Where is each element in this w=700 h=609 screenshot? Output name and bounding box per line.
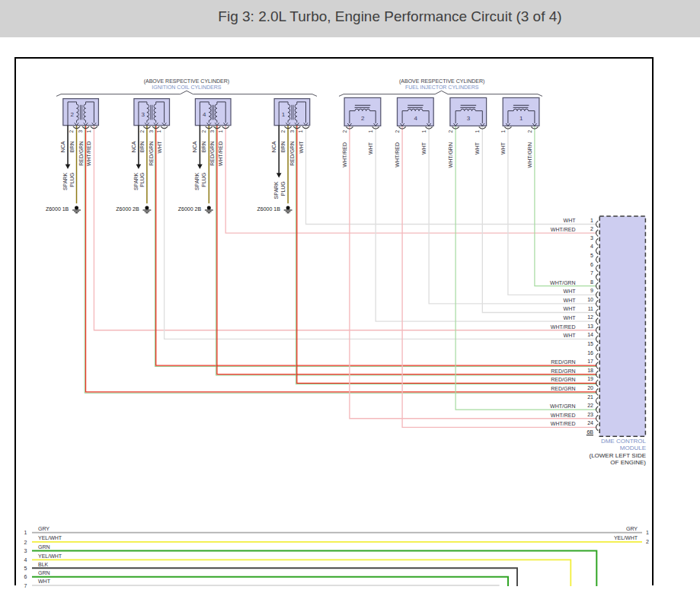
svg-text:3: 3 — [467, 115, 471, 122]
svg-text:BRN: BRN — [201, 142, 206, 153]
svg-text:SPARK: SPARK — [273, 181, 279, 199]
svg-text:3: 3 — [142, 111, 145, 118]
svg-text:DME CONTROL: DME CONTROL — [601, 438, 647, 445]
svg-text:4: 4 — [203, 111, 206, 118]
svg-text:6: 6 — [24, 574, 27, 579]
svg-text:RED/GRN: RED/GRN — [551, 359, 575, 365]
svg-text:3: 3 — [24, 548, 27, 553]
svg-text:BRN: BRN — [69, 142, 75, 153]
svg-text:3: 3 — [590, 235, 593, 241]
svg-text:14: 14 — [587, 332, 593, 337]
svg-text:19: 19 — [587, 376, 593, 381]
svg-text:7: 7 — [590, 270, 593, 276]
svg-text:1: 1 — [519, 115, 523, 122]
svg-text:RED/GRN: RED/GRN — [289, 142, 295, 166]
svg-text:YEL/WHT: YEL/WHT — [614, 535, 638, 540]
svg-text:WHT: WHT — [475, 142, 480, 155]
svg-text:RED/GRN: RED/GRN — [78, 142, 84, 166]
svg-text:NCA: NCA — [60, 141, 66, 152]
svg-text:2: 2 — [139, 129, 145, 132]
svg-text:SPARK: SPARK — [62, 172, 68, 190]
svg-text:1: 1 — [24, 530, 27, 535]
svg-text:12: 12 — [587, 314, 593, 320]
svg-text:RED/GRN: RED/GRN — [209, 142, 215, 166]
svg-text:WHT/RED: WHT/RED — [218, 142, 223, 167]
svg-text:1: 1 — [646, 530, 649, 535]
svg-text:1: 1 — [500, 130, 506, 133]
svg-text:GRN: GRN — [38, 544, 50, 550]
svg-text:1: 1 — [298, 129, 303, 132]
svg-text:SPARK: SPARK — [194, 172, 200, 190]
svg-text:Z6000 1B: Z6000 1B — [46, 206, 69, 212]
svg-text:RED/GRN: RED/GRN — [149, 142, 154, 166]
svg-text:17: 17 — [587, 359, 593, 364]
svg-text:WHT/RED: WHT/RED — [342, 142, 347, 167]
svg-text:IGNITION COIL CYLINDERS: IGNITION COIL CYLINDERS — [152, 84, 221, 90]
svg-text:(ABOVE RESPECTIVE CYLINDER): (ABOVE RESPECTIVE CYLINDER) — [144, 78, 229, 84]
svg-text:23: 23 — [587, 412, 593, 417]
svg-text:WHT/RED: WHT/RED — [86, 142, 91, 167]
svg-text:NCA: NCA — [131, 141, 136, 152]
svg-text:FUEL INJECTOR CYLINDERS: FUEL INJECTOR CYLINDERS — [405, 84, 479, 90]
svg-text:WHT: WHT — [421, 142, 427, 155]
svg-text:RED/GRN: RED/GRN — [551, 377, 575, 382]
svg-text:WHT/RED: WHT/RED — [551, 421, 576, 426]
svg-text:GRN: GRN — [38, 570, 50, 576]
svg-text:2: 2 — [590, 226, 593, 231]
svg-text:YEL/WHT: YEL/WHT — [38, 553, 62, 559]
svg-text:Fig 3: 2.0L Turbo, Engine Perf: Fig 3: 2.0L Turbo, Engine Performance Ci… — [218, 8, 561, 24]
svg-text:Z6000 2B: Z6000 2B — [178, 206, 202, 212]
svg-text:GRY: GRY — [626, 526, 638, 531]
svg-text:WHT/GRN: WHT/GRN — [550, 280, 575, 285]
svg-text:PLUG: PLUG — [139, 173, 145, 187]
svg-text:18: 18 — [587, 368, 593, 373]
svg-text:WHT: WHT — [368, 142, 373, 155]
svg-text:WHT/RED: WHT/RED — [551, 227, 576, 232]
svg-text:WHT: WHT — [564, 289, 577, 294]
svg-text:WHT: WHT — [500, 142, 506, 155]
svg-text:24: 24 — [587, 420, 593, 426]
svg-text:9: 9 — [590, 288, 593, 293]
svg-text:2: 2 — [646, 539, 649, 544]
svg-text:WHT: WHT — [564, 218, 577, 223]
svg-text:6B: 6B — [587, 429, 593, 435]
svg-text:3: 3 — [289, 129, 295, 132]
svg-text:2: 2 — [527, 130, 532, 133]
svg-text:(ABOVE RESPECTIVE CYLINDER): (ABOVE RESPECTIVE CYLINDER) — [399, 78, 484, 84]
svg-text:PLUG: PLUG — [69, 173, 75, 187]
svg-text:1: 1 — [590, 218, 593, 223]
svg-text:GRY: GRY — [38, 526, 50, 531]
svg-text:2: 2 — [70, 111, 74, 118]
svg-text:5: 5 — [590, 253, 593, 258]
svg-text:NCA: NCA — [192, 141, 197, 152]
svg-text:1: 1 — [218, 129, 223, 132]
svg-text:1: 1 — [475, 130, 480, 133]
svg-text:WHT: WHT — [38, 579, 51, 584]
svg-text:OF ENGINE): OF ENGINE) — [610, 459, 646, 466]
svg-text:YEL/WHT: YEL/WHT — [38, 535, 62, 540]
svg-text:WHT: WHT — [564, 315, 577, 320]
svg-text:4: 4 — [24, 557, 27, 563]
svg-text:13: 13 — [587, 324, 593, 329]
svg-text:PLUG: PLUG — [280, 181, 286, 196]
svg-text:2: 2 — [395, 130, 400, 133]
svg-text:WHT/GRN: WHT/GRN — [527, 142, 532, 167]
svg-text:22: 22 — [587, 403, 593, 408]
svg-text:WHT/RED: WHT/RED — [551, 413, 576, 418]
svg-text:2: 2 — [361, 115, 365, 122]
svg-text:15: 15 — [587, 341, 593, 346]
svg-text:3: 3 — [149, 129, 154, 132]
svg-text:RED/GRN: RED/GRN — [551, 368, 575, 374]
svg-text:WHT/RED: WHT/RED — [551, 324, 576, 330]
svg-text:4: 4 — [590, 244, 593, 249]
svg-text:6: 6 — [590, 262, 593, 267]
svg-text:5: 5 — [24, 566, 27, 571]
svg-text:(LOWER LEFT SIDE: (LOWER LEFT SIDE — [589, 452, 646, 459]
svg-text:NCA: NCA — [271, 141, 276, 152]
svg-text:2: 2 — [69, 129, 74, 132]
svg-text:11: 11 — [588, 306, 593, 311]
svg-text:BRN: BRN — [280, 142, 286, 153]
svg-text:WHT: WHT — [564, 298, 577, 303]
svg-text:WHT: WHT — [299, 141, 304, 154]
svg-text:3: 3 — [78, 129, 83, 132]
